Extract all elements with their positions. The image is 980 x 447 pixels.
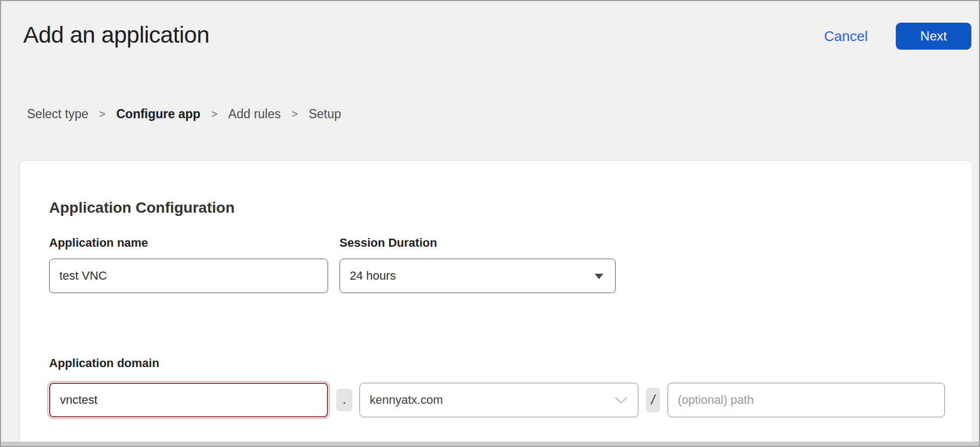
- slash-separator: /: [646, 388, 660, 412]
- dot-separator: .: [336, 389, 352, 411]
- path-input[interactable]: [668, 383, 945, 417]
- breadcrumb-step-setup[interactable]: Setup: [309, 106, 341, 121]
- header: Add an application Cancel Next: [1, 1, 979, 50]
- application-domain-row: . kennyatx.com /: [49, 383, 945, 417]
- application-name-input[interactable]: [49, 259, 328, 293]
- breadcrumb-separator: >: [211, 106, 217, 121]
- breadcrumb-step-configure-app[interactable]: Configure app: [116, 106, 200, 121]
- breadcrumb-step-add-rules[interactable]: Add rules: [228, 106, 281, 121]
- next-button[interactable]: Next: [896, 23, 971, 50]
- domain-select-value: kennyatx.com: [370, 393, 443, 407]
- breadcrumb: Select type > Configure app > Add rules …: [27, 106, 979, 121]
- breadcrumb-separator: >: [99, 106, 106, 121]
- breadcrumb-step-select-type[interactable]: Select type: [27, 106, 89, 121]
- section-title: Application Configuration: [49, 199, 945, 217]
- breadcrumb-separator: >: [291, 106, 298, 121]
- chevron-down-icon: [614, 396, 628, 404]
- horizontal-scrollbar[interactable]: [1, 442, 979, 446]
- caret-down-icon: [595, 274, 603, 279]
- header-actions: Cancel Next: [824, 23, 971, 50]
- application-domain-field: Application domain . kennyatx.com /: [49, 357, 945, 417]
- page: Add an application Cancel Next Select ty…: [0, 0, 980, 447]
- domain-select[interactable]: kennyatx.com: [359, 383, 638, 417]
- page-title: Add an application: [23, 21, 209, 49]
- application-name-field: Application name: [49, 236, 328, 293]
- session-duration-select[interactable]: 24 hours: [339, 259, 616, 293]
- configuration-card: Application Configuration Application na…: [19, 160, 972, 444]
- cancel-button[interactable]: Cancel: [824, 28, 868, 45]
- application-domain-label: Application domain: [49, 357, 945, 370]
- application-name-label: Application name: [49, 236, 328, 249]
- session-duration-value: 24 hours: [350, 269, 396, 283]
- name-session-row: Application name Session Duration 24 hou…: [49, 236, 945, 293]
- subdomain-input[interactable]: [49, 383, 328, 417]
- session-duration-label: Session Duration: [339, 236, 616, 249]
- session-duration-field: Session Duration 24 hours: [339, 236, 616, 293]
